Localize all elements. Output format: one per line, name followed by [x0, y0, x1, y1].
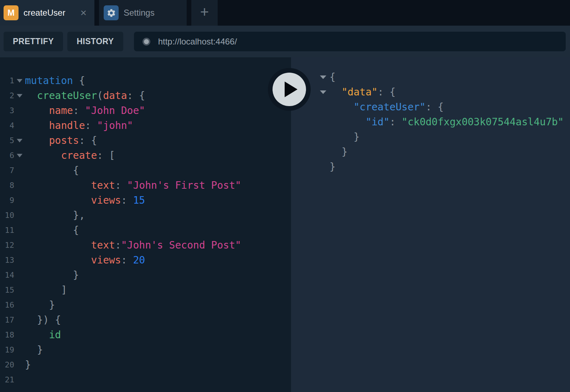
line-number: 15	[0, 283, 14, 298]
fold-spacer	[14, 163, 25, 178]
response-line: "createUser": {	[291, 100, 570, 115]
fold-spacer	[14, 118, 25, 133]
line-number: 7	[0, 163, 14, 178]
line-number: 6	[0, 148, 14, 163]
code-text: "data": {	[330, 85, 570, 100]
fold-spacer	[14, 238, 25, 253]
line-number: 13	[0, 253, 14, 268]
collapse-spacer	[317, 145, 330, 160]
line-number: 10	[0, 208, 14, 223]
code-text: handle: "john"	[25, 118, 291, 133]
fold-spacer	[14, 372, 25, 387]
execute-button[interactable]	[268, 68, 311, 111]
tab-createuser[interactable]: M createUser ×	[0, 0, 94, 26]
close-tab-icon[interactable]: ×	[80, 7, 87, 18]
prettify-button[interactable]: PRETTIFY	[4, 32, 63, 51]
editor-line: 1mutation {	[0, 73, 291, 88]
response-line: {	[291, 70, 570, 85]
code-text: posts: {	[25, 133, 291, 148]
code-text: {	[25, 163, 291, 178]
fold-spacer	[14, 343, 25, 357]
code-text	[25, 372, 291, 387]
response-viewer: { "data": { "createUser": { "id": "ck0d0…	[291, 57, 570, 392]
code-text: text: "John's First Post"	[25, 178, 291, 193]
session-panes: 1mutation {2 createUser(data: {3 name: "…	[0, 57, 570, 392]
code-text: "id": "ck0d0fxgx003k07544asl4u7b"	[330, 115, 570, 130]
fold-arrow-icon[interactable]	[14, 148, 25, 163]
code-text: create: [	[25, 148, 291, 163]
line-number: 19	[0, 343, 14, 357]
fold-arrow-icon[interactable]	[14, 133, 25, 148]
code-text: "createUser": {	[330, 100, 570, 115]
collapse-spacer	[317, 160, 330, 174]
play-button-circle	[273, 73, 306, 106]
code-text: views: 20	[25, 253, 291, 268]
fold-spacer	[14, 313, 25, 328]
editor-line: 5 posts: {	[0, 133, 291, 148]
code-text: }) {	[25, 313, 291, 328]
fold-spacer	[14, 193, 25, 208]
history-button[interactable]: HISTORY	[67, 32, 123, 51]
editor-line: 10 },	[0, 208, 291, 223]
collapse-arrow-icon[interactable]	[317, 85, 330, 100]
line-number: 9	[0, 193, 14, 208]
editor-line: 17 }) {	[0, 313, 291, 328]
editor-line: 15 ]	[0, 283, 291, 298]
line-number: 3	[0, 103, 14, 118]
fold-arrow-icon[interactable]	[14, 73, 25, 88]
tab-createuser-label: createUser	[24, 8, 65, 18]
collapse-spacer	[317, 115, 330, 130]
editor-line: 6 create: [	[0, 148, 291, 163]
fold-spacer	[14, 268, 25, 283]
fold-spacer	[14, 328, 25, 343]
line-number: 14	[0, 268, 14, 283]
editor-line: 3 name: "John Doe"	[0, 103, 291, 118]
fold-spacer	[14, 283, 25, 298]
fold-spacer	[14, 208, 25, 223]
editor-line: 9 views: 15	[0, 193, 291, 208]
endpoint-url-input[interactable]: http://localhost:4466/	[134, 32, 566, 51]
gear-icon	[104, 5, 119, 20]
graphql-playground-window: M createUser × Settings + PRETTIFY HISTO…	[0, 0, 570, 392]
code-text: }	[330, 130, 570, 145]
editor-line: 18 id	[0, 328, 291, 343]
line-number: 2	[0, 88, 14, 103]
response-line: }	[291, 145, 570, 160]
fold-spacer	[14, 178, 25, 193]
code-text: }	[330, 160, 570, 174]
collapse-arrow-icon[interactable]	[317, 70, 330, 85]
new-tab-button[interactable]: +	[191, 0, 218, 26]
query-editor[interactable]: 1mutation {2 createUser(data: {3 name: "…	[0, 57, 291, 392]
fold-spacer	[14, 357, 25, 372]
line-number: 1	[0, 73, 14, 88]
mutation-badge-icon: M	[4, 5, 19, 20]
code-text: id	[25, 328, 291, 343]
editor-line: 21	[0, 372, 291, 387]
tab-settings-label: Settings	[124, 8, 155, 18]
editor-line: 12 text:"John's Second Post"	[0, 238, 291, 253]
code-text: views: 15	[25, 193, 291, 208]
editor-line: 14 }	[0, 268, 291, 283]
editor-line: 19 }	[0, 343, 291, 357]
plus-icon: +	[200, 5, 209, 20]
tab-settings[interactable]: Settings	[99, 0, 187, 26]
code-text: text:"John's Second Post"	[25, 238, 291, 253]
editor-line: 8 text: "John's First Post"	[0, 178, 291, 193]
collapse-spacer	[317, 130, 330, 145]
endpoint-url-text: http://localhost:4466/	[158, 37, 237, 47]
code-text: {	[330, 70, 570, 85]
collapse-spacer	[317, 100, 330, 115]
code-text: name: "John Doe"	[25, 103, 291, 118]
editor-line: 20}	[0, 357, 291, 372]
response-line: }	[291, 130, 570, 145]
editor-line: 2 createUser(data: {	[0, 88, 291, 103]
line-number: 17	[0, 313, 14, 328]
line-number: 12	[0, 238, 14, 253]
editor-line: 4 handle: "john"	[0, 118, 291, 133]
editor-line: 11 {	[0, 223, 291, 238]
code-text: ]	[25, 283, 291, 298]
fold-spacer	[14, 223, 25, 238]
tab-bar: M createUser × Settings +	[0, 0, 570, 26]
editor-line: 7 {	[0, 163, 291, 178]
fold-arrow-icon[interactable]	[14, 88, 25, 103]
